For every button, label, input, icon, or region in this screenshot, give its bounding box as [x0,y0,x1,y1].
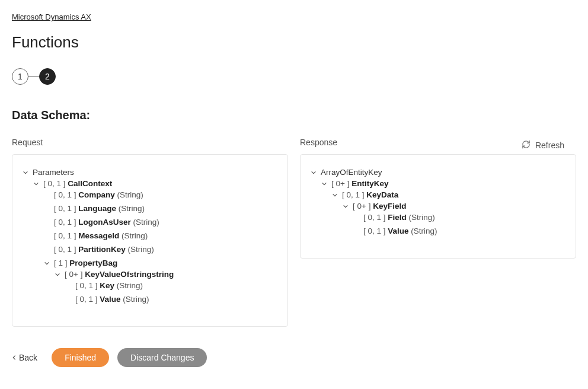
tree-node-row: [ 0, 1 ] LogonAsUser (String) [43,218,278,227]
discard-button[interactable]: Discard Changes [117,348,207,367]
tree-node-row[interactable]: Parameters [22,168,278,177]
tree-node: [ 0, 1 ] KeyData[ 0+ ] KeyField[ 0, 1 ] … [331,188,566,243]
breadcrumb[interactable]: Microsoft Dynamics AX [12,12,91,21]
tree-node-row[interactable]: [ 0+ ] KeyField [342,202,566,211]
tree-node-row[interactable]: [ 0, 1 ] KeyData [331,190,566,199]
finished-button[interactable]: Finished [52,348,109,367]
tree-node-label: [ 0, 1 ] MessageId (String) [54,231,148,240]
tree-node-label: [ 0, 1 ] Value (String) [75,295,149,304]
tree-node-label: ArrayOfEntityKey [321,168,382,177]
tree-node-label: [ 0, 1 ] PartitionKey (String) [54,245,154,254]
tree-node-label: [ 0+ ] KeyValueOfstringstring [65,270,174,279]
tree-node-label: [ 0+ ] EntityKey [331,179,388,188]
tree-node-label: [ 0, 1 ] Company (String) [54,190,143,199]
tree-node: [ 0, 1 ] Key (String) [65,279,278,292]
tree-node: [ 0, 1 ] Language (String) [43,202,278,215]
tree-node-label: [ 0, 1 ] LogonAsUser (String) [54,218,159,227]
tree-node-row: [ 0, 1 ] Value (String) [353,227,566,235]
chevron-down-icon[interactable] [331,192,338,198]
tree-node: [ 0, 1 ] MessageId (String) [43,229,278,243]
tree-node-label: [ 1 ] PropertyBag [54,259,117,267]
tree-node-row[interactable]: [ 1 ] PropertyBag [43,259,278,267]
tree-node-row: [ 0, 1 ] Company (String) [43,190,278,199]
tree-node-label: [ 0, 1 ] Field (String) [363,213,435,222]
tree-node-row: [ 0, 1 ] PartitionKey (String) [43,245,278,254]
tree-node: [ 0+ ] KeyValueOfstringstring[ 0, 1 ] Ke… [54,267,278,308]
tree-node: [ 0+ ] EntityKey[ 0, 1 ] KeyData[ 0+ ] K… [321,177,566,245]
chevron-left-icon [12,353,17,362]
tree-node-row[interactable]: [ 0+ ] EntityKey [321,179,566,188]
tree-node: [ 0+ ] KeyField[ 0, 1 ] Field (String)[ … [342,199,566,240]
tree-node-label: [ 0, 1 ] Value (String) [363,227,437,235]
wizard-step-1[interactable]: 1 [12,68,28,85]
chevron-down-icon[interactable] [54,272,61,278]
chevron-down-icon[interactable] [22,170,29,176]
tree-node-label: [ 0, 1 ] Key (String) [75,281,143,290]
tree-node: [ 0, 1 ] PartitionKey (String) [43,243,278,256]
tree-node-label: [ 0+ ] KeyField [353,202,406,211]
tree-node-row: [ 0, 1 ] Key (String) [65,281,278,290]
request-label: Request [12,138,288,147]
tree-node-label: [ 0, 1 ] KeyData [342,190,398,199]
tree-node: [ 0, 1 ] Value (String) [353,224,566,238]
tree-node-row[interactable]: ArrayOfEntityKey [310,168,566,177]
section-title: Data Schema: [12,109,576,122]
tree-node: [ 0, 1 ] Field (String) [353,211,566,224]
chevron-down-icon[interactable] [342,203,349,209]
chevron-down-icon[interactable] [33,181,40,187]
tree-node-row: [ 0, 1 ] Value (String) [65,295,278,304]
step-connector [28,76,39,77]
tree-node-row[interactable]: [ 0, 1 ] CallContext [33,179,278,188]
response-tree-panel: ArrayOfEntityKey[ 0+ ] EntityKey[ 0, 1 ]… [300,154,576,259]
request-tree-panel: Parameters[ 0, 1 ] CallContext[ 0, 1 ] C… [12,154,288,327]
tree-node-row: [ 0, 1 ] MessageId (String) [43,231,278,240]
tree-node: [ 0, 1 ] LogonAsUser (String) [43,215,278,229]
tree-node: ArrayOfEntityKey[ 0+ ] EntityKey[ 0, 1 ]… [310,165,566,247]
chevron-down-icon[interactable] [310,170,317,176]
wizard-step-2[interactable]: 2 [39,68,56,85]
response-label: Response [300,138,576,147]
tree-node: [ 1 ] PropertyBag[ 0+ ] KeyValueOfstring… [43,256,278,311]
wizard-steps: 12 [12,68,576,85]
tree-node-row[interactable]: [ 0+ ] KeyValueOfstringstring [54,270,278,279]
tree-node-label: [ 0, 1 ] CallContext [43,179,112,188]
tree-node: [ 0, 1 ] Company (String) [43,188,278,202]
page-title: Functions [12,33,576,52]
tree-node-row: [ 0, 1 ] Field (String) [353,213,566,222]
tree-node-label: [ 0, 1 ] Language (String) [54,204,145,213]
tree-node: [ 0, 1 ] CallContext[ 0, 1 ] Company (St… [33,177,278,313]
tree-node: Parameters[ 0, 1 ] CallContext[ 0, 1 ] C… [22,165,278,315]
chevron-down-icon[interactable] [321,181,328,187]
tree-node-label: Parameters [33,168,74,177]
chevron-down-icon[interactable] [43,260,50,266]
tree-node-row: [ 0, 1 ] Language (String) [43,204,278,213]
back-button[interactable]: Back [12,353,37,362]
tree-node: [ 0, 1 ] Value (String) [65,292,278,306]
back-label: Back [19,353,37,362]
